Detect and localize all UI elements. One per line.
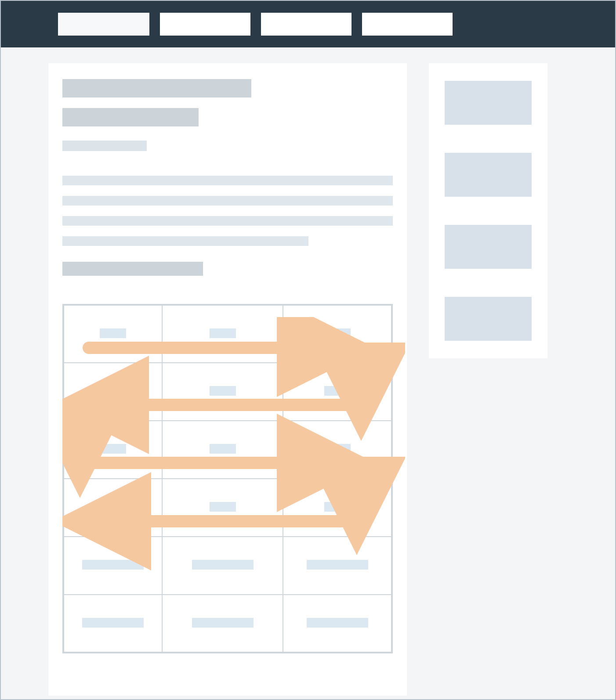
paragraph-line <box>62 196 393 206</box>
table-cell <box>100 444 126 454</box>
article-main <box>48 63 407 696</box>
table-cell <box>192 560 254 570</box>
table-cell <box>210 386 236 396</box>
table-row <box>63 421 392 479</box>
sidebar <box>429 63 547 358</box>
table-row <box>63 595 392 653</box>
table-cell <box>324 386 351 396</box>
table-cell <box>100 386 126 396</box>
top-nav <box>1 1 615 47</box>
sidebar-widget <box>445 297 532 341</box>
table-cell <box>324 502 351 512</box>
table-row <box>63 537 392 595</box>
table-cell <box>210 328 236 338</box>
data-table <box>62 304 393 653</box>
article-meta <box>62 141 147 151</box>
nav-tab-2[interactable] <box>160 13 250 36</box>
table-cell <box>210 444 236 454</box>
table-cell <box>307 618 368 628</box>
table-row <box>63 363 392 421</box>
section-heading <box>62 262 203 276</box>
paragraph-line <box>62 176 393 185</box>
table-cell <box>324 444 351 454</box>
nav-tab-1[interactable] <box>58 13 149 36</box>
table-cell <box>100 328 126 338</box>
paragraph-line <box>62 236 308 246</box>
table-cell <box>82 618 144 628</box>
article-title <box>62 79 251 97</box>
nav-tab-3[interactable] <box>261 13 351 36</box>
table-cell <box>210 502 236 512</box>
table-cell <box>324 328 351 338</box>
article-subtitle <box>62 108 199 126</box>
table-row <box>63 305 392 363</box>
table-cell <box>307 560 368 570</box>
table-row <box>63 479 392 537</box>
paragraph-line <box>62 216 393 226</box>
sidebar-widget <box>445 81 532 125</box>
sidebar-widget <box>445 225 532 269</box>
table-cell <box>100 502 126 512</box>
nav-tab-4[interactable] <box>362 13 453 36</box>
sidebar-widget <box>445 153 532 197</box>
table-cell <box>82 560 144 570</box>
table-cell <box>192 618 254 628</box>
